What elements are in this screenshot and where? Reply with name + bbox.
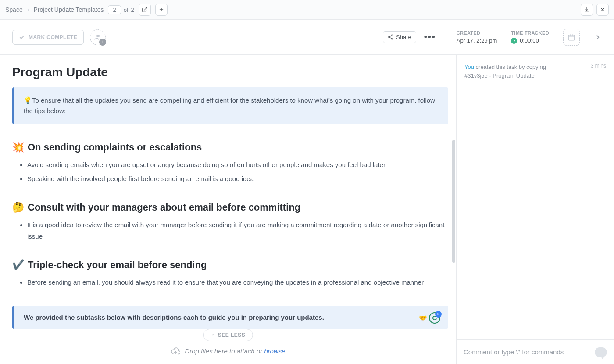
- activity-item: You created this task by copying #31v3j5…: [464, 63, 606, 80]
- activity-sidebar: You created this task by copying #31v3j5…: [456, 55, 614, 364]
- section-consult: 🤔 Consult with your managers about email…: [12, 202, 448, 242]
- grammarly-badge[interactable]: G2: [429, 312, 440, 324]
- mark-complete-label: MARK COMPLETE: [29, 34, 77, 40]
- svg-point-1: [98, 35, 100, 37]
- page-current[interactable]: 2: [108, 5, 121, 14]
- open-new-button[interactable]: [139, 4, 151, 16]
- scrollbar[interactable]: [452, 140, 455, 263]
- chevron-right-icon: ›: [27, 6, 29, 13]
- due-date-button[interactable]: [563, 29, 580, 46]
- more-menu-button[interactable]: •••: [424, 32, 436, 42]
- created-label: CREATED: [457, 30, 497, 36]
- list-item: Before sending an email, you should alwa…: [27, 277, 448, 288]
- task-meta: CREATED Apr 17, 2:29 pm TIME TRACKED 0:0…: [446, 20, 602, 54]
- check-icon: ✔️: [12, 259, 24, 271]
- topbar-right: [581, 4, 609, 16]
- activity-actor[interactable]: You: [464, 64, 474, 70]
- comment-icon: [595, 347, 607, 357]
- assignees-button[interactable]: +: [90, 29, 106, 45]
- page-of-label: of: [124, 7, 129, 13]
- time-tracked-value: 0:00:00: [520, 37, 539, 44]
- time-tracked-meta: TIME TRACKED 0:00:00: [511, 30, 549, 44]
- doc-body: 💡To ensure that all the updates you send…: [0, 87, 456, 338]
- top-bar: Space › Project Update Templates 2 of 2: [0, 0, 614, 20]
- activity-feed: You created this task by copying #31v3j5…: [457, 55, 614, 88]
- share-button[interactable]: Share: [383, 31, 416, 43]
- section-heading: Triple-check your email before sending: [28, 259, 207, 271]
- grammarly-count: 2: [435, 311, 442, 318]
- attachment-dropzone[interactable]: Drop files here to attach or browse: [0, 338, 456, 364]
- browse-link[interactable]: browse: [264, 347, 285, 355]
- collision-icon: 💥: [12, 142, 24, 153]
- dropzone-text: Drop files here to attach or: [185, 347, 264, 355]
- page-counter: 2 of 2: [108, 5, 134, 14]
- comment-placeholder: Comment or type '/' for commands: [464, 348, 564, 356]
- section-triple-check: ✔️ Triple-check your email before sendin…: [12, 259, 448, 288]
- activity-action: created this task by copying: [474, 64, 546, 70]
- section-complaints: 💥 On sending complaints or escalations A…: [12, 142, 448, 184]
- svg-point-2: [391, 35, 393, 36]
- share-label: Share: [396, 34, 411, 40]
- download-button[interactable]: [581, 4, 593, 16]
- play-icon[interactable]: [511, 38, 517, 44]
- breadcrumb-page[interactable]: Project Update Templates: [33, 6, 104, 13]
- svg-point-3: [389, 36, 390, 38]
- section-heading: Consult with your managers about email b…: [28, 202, 300, 213]
- subtasks-callout-text: We provided the subtasks below with desc…: [24, 314, 324, 321]
- breadcrumb: Space › Project Update Templates 2 of 2: [5, 4, 168, 16]
- created-meta: CREATED Apr 17, 2:29 pm: [457, 30, 497, 44]
- task-toolbar: MARK COMPLETE + Share ••• CREATED Apr 17…: [0, 20, 614, 55]
- see-less-button[interactable]: SEE LESS: [203, 329, 253, 341]
- thinking-icon: 🤔: [12, 202, 24, 213]
- svg-point-4: [391, 38, 393, 39]
- expand-sidebar-button[interactable]: [594, 33, 602, 41]
- comment-input[interactable]: Comment or type '/' for commands: [457, 339, 614, 364]
- list-item: It is a good idea to review the email wi…: [27, 219, 448, 242]
- activity-time: 3 mins: [591, 63, 606, 69]
- plus-icon: +: [99, 39, 106, 46]
- main-content: Program Update 💡To ensure that all the u…: [0, 55, 456, 364]
- cloud-upload-icon: [171, 346, 180, 356]
- svg-rect-5: [568, 35, 575, 40]
- svg-point-0: [96, 35, 98, 37]
- add-button[interactable]: [155, 4, 168, 16]
- close-button[interactable]: [596, 4, 609, 16]
- page-total: 2: [131, 7, 134, 13]
- see-less-label: SEE LESS: [218, 332, 246, 338]
- list-item: Avoid sending emails when you are upset …: [27, 159, 448, 171]
- mark-complete-button[interactable]: MARK COMPLETE: [12, 30, 84, 45]
- breadcrumb-root[interactable]: Space: [5, 6, 23, 13]
- created-value: Apr 17, 2:29 pm: [457, 37, 497, 44]
- time-tracked-label: TIME TRACKED: [511, 30, 549, 36]
- handshake-icon: 🤝: [419, 314, 427, 322]
- tip-callout: 💡To ensure that all the updates you send…: [12, 87, 448, 124]
- section-heading: On sending complaints or escalations: [28, 142, 202, 153]
- page-title[interactable]: Program Update: [0, 55, 456, 87]
- list-item: Speaking with the involved people first …: [27, 173, 448, 185]
- activity-source-link[interactable]: #31v3j5e - Program Update: [464, 72, 535, 79]
- subtasks-callout: We provided the subtasks below with desc…: [12, 306, 448, 329]
